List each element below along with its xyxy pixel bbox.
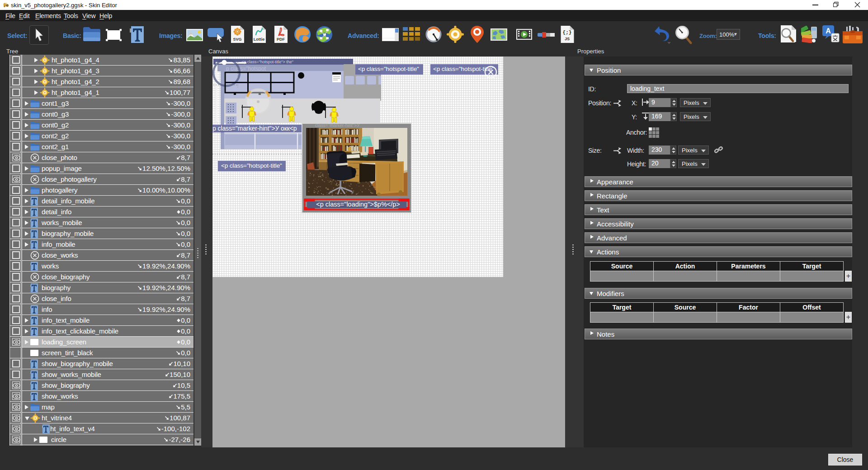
svg-text:PDF: PDF: [277, 37, 285, 42]
svg-text:JS: JS: [565, 37, 570, 41]
svg-text:class="marker-hint">У: class="marker-hint">У: [315, 123, 360, 128]
svg-text:A: A: [826, 27, 831, 35]
svg-text:p class="hotspot: p class="hotspot: [226, 66, 266, 72]
svg-text:Lottie: Lottie: [254, 37, 265, 42]
svg-text:{;}: {;}: [563, 30, 572, 35]
svg-text:<p class="hotspot-title"> the: <p class="hotspot-title"> the": [241, 60, 293, 64]
svg-text:SVG: SVG: [233, 37, 241, 42]
